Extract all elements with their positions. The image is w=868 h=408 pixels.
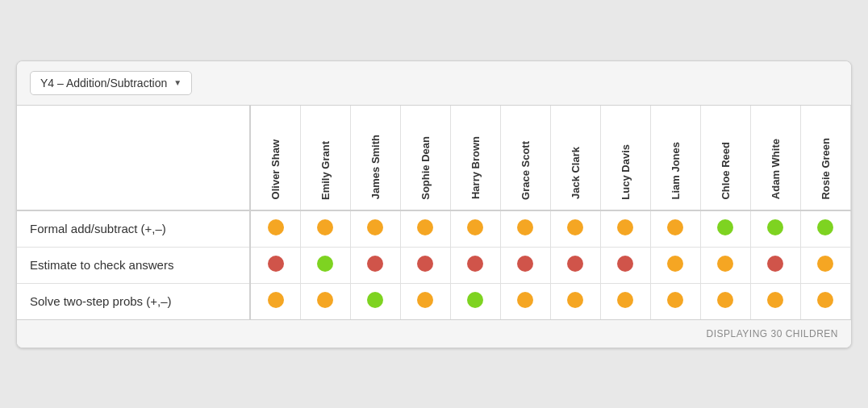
- table-row: Formal add/subtract (+,–): [17, 210, 851, 248]
- cell-1-7: [600, 247, 650, 283]
- dot-orange-icon: [717, 256, 733, 272]
- cell-2-4: [450, 283, 500, 319]
- dot-red-icon: [567, 256, 583, 272]
- cell-1-6: [550, 247, 600, 283]
- cell-0-7: [600, 210, 650, 248]
- cell-2-2: [350, 283, 400, 319]
- dot-orange-icon: [268, 292, 284, 308]
- cell-2-8: [650, 283, 700, 319]
- dot-red-icon: [617, 256, 633, 272]
- dot-orange-icon: [567, 219, 583, 235]
- col-header-text-0: Oliver Shaw: [269, 139, 282, 199]
- cell-0-3: [400, 210, 450, 248]
- col-header-text-5: Grace Scott: [520, 141, 532, 200]
- dot-orange-icon: [667, 219, 683, 235]
- cell-0-9: [700, 210, 750, 248]
- col-header-9: Chloe Reed: [700, 106, 750, 210]
- cell-2-10: [750, 283, 800, 319]
- col-header-3: Sophie Dean: [400, 106, 450, 210]
- dot-orange-icon: [617, 292, 633, 308]
- dot-green-icon: [767, 219, 783, 235]
- cell-0-10: [750, 210, 800, 248]
- dot-orange-icon: [817, 256, 833, 272]
- cell-0-5: [500, 210, 550, 248]
- col-header-6: Jack Clark: [550, 106, 600, 210]
- col-header-text-7: Lucy Davis: [620, 144, 632, 200]
- cell-2-7: [600, 283, 650, 319]
- table-wrapper: Oliver ShawEmily GrantJames SmithSophie …: [17, 106, 851, 319]
- dot-orange-icon: [567, 292, 583, 308]
- cell-0-4: [450, 210, 500, 248]
- dot-red-icon: [268, 256, 284, 272]
- main-card: Y4 – Addition/Subtraction ▼ Oliver ShawE…: [16, 60, 852, 348]
- cell-2-0: [250, 283, 300, 319]
- dot-orange-icon: [517, 292, 533, 308]
- data-table: Oliver ShawEmily GrantJames SmithSophie …: [17, 106, 851, 319]
- display-count: DISPLAYING 30 CHILDREN: [707, 328, 839, 339]
- col-header-text-1: Emily Grant: [319, 141, 332, 200]
- footer: DISPLAYING 30 CHILDREN: [17, 319, 851, 348]
- row-label-header: [17, 106, 250, 210]
- row-label-1: Estimate to check answers: [17, 247, 250, 283]
- dot-orange-icon: [817, 292, 833, 308]
- year-group-dropdown[interactable]: Y4 – Addition/Subtraction ▼: [30, 71, 192, 95]
- col-header-text-6: Jack Clark: [570, 147, 582, 199]
- dot-orange-icon: [268, 219, 284, 235]
- col-header-11: Rosie Green: [800, 106, 850, 210]
- row-label-0: Formal add/subtract (+,–): [17, 210, 250, 248]
- cell-1-3: [400, 247, 450, 283]
- col-header-text-2: James Smith: [369, 135, 382, 199]
- dropdown-label: Y4 – Addition/Subtraction: [40, 77, 167, 90]
- dot-green-icon: [317, 256, 333, 272]
- dot-orange-icon: [317, 292, 333, 308]
- dot-green-icon: [467, 292, 483, 308]
- cell-1-9: [700, 247, 750, 283]
- col-header-text-8: Liam Jones: [670, 142, 682, 200]
- cell-1-4: [450, 247, 500, 283]
- dot-orange-icon: [667, 256, 683, 272]
- col-header-4: Harry Brown: [450, 106, 500, 210]
- dot-red-icon: [517, 256, 533, 272]
- cell-1-8: [650, 247, 700, 283]
- col-header-text-4: Harry Brown: [469, 136, 482, 199]
- cell-1-10: [750, 247, 800, 283]
- cell-1-5: [500, 247, 550, 283]
- dot-orange-icon: [617, 219, 633, 235]
- dot-red-icon: [767, 256, 783, 272]
- cell-0-6: [550, 210, 600, 248]
- col-header-text-11: Rosie Green: [820, 138, 833, 200]
- col-header-text-3: Sophie Dean: [419, 136, 432, 200]
- dot-red-icon: [417, 256, 433, 272]
- cell-2-9: [700, 283, 750, 319]
- dot-green-icon: [817, 219, 833, 235]
- cell-2-6: [550, 283, 600, 319]
- col-header-8: Liam Jones: [650, 106, 700, 210]
- dot-green-icon: [717, 219, 733, 235]
- dot-red-icon: [467, 256, 483, 272]
- col-header-5: Grace Scott: [500, 106, 550, 210]
- dot-orange-icon: [517, 219, 533, 235]
- col-header-7: Lucy Davis: [600, 106, 650, 210]
- chevron-down-icon: ▼: [173, 78, 182, 87]
- dot-orange-icon: [417, 292, 433, 308]
- cell-1-1: [300, 247, 350, 283]
- col-header-text-9: Chloe Reed: [720, 142, 732, 200]
- dot-orange-icon: [767, 292, 783, 308]
- col-header-2: James Smith: [350, 106, 400, 210]
- cell-2-1: [300, 283, 350, 319]
- cell-2-5: [500, 283, 550, 319]
- dot-orange-icon: [367, 219, 383, 235]
- cell-2-3: [400, 283, 450, 319]
- cell-0-0: [250, 210, 300, 248]
- dot-red-icon: [367, 256, 383, 272]
- cell-0-1: [300, 210, 350, 248]
- cell-1-11: [800, 247, 850, 283]
- dot-green-icon: [367, 292, 383, 308]
- card-header: Y4 – Addition/Subtraction ▼: [17, 61, 851, 106]
- dot-orange-icon: [417, 219, 433, 235]
- col-header-1: Emily Grant: [300, 106, 350, 210]
- cell-0-2: [350, 210, 400, 248]
- row-label-2: Solve two-step probs (+,–): [17, 283, 250, 319]
- dot-orange-icon: [467, 219, 483, 235]
- table-row: Solve two-step probs (+,–): [17, 283, 851, 319]
